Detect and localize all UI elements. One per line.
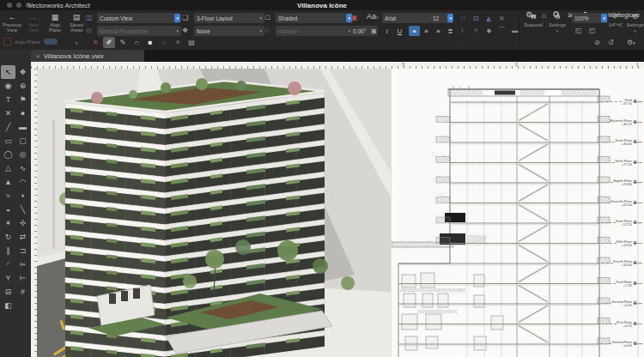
- snap-tangent[interactable]: ⌒: [496, 25, 507, 35]
- split-tool[interactable]: Y: [1, 271, 15, 285]
- flyover-tool[interactable]: ∩: [131, 37, 143, 48]
- mirror-tool[interactable]: ⇄: [15, 230, 30, 244]
- callout-tool[interactable]: ⚑: [15, 93, 30, 106]
- clip-tool[interactable]: ⊟: [1, 285, 15, 299]
- render-mode-dropdown[interactable]: Shaded▾: [276, 13, 353, 23]
- scale-button[interactable]: ✐1/4"=1': [605, 13, 626, 27]
- line-tool[interactable]: ╱: [1, 120, 15, 134]
- snap-smart-edge[interactable]: ◆: [483, 25, 495, 35]
- polygon-select-tool[interactable]: ✧: [172, 37, 184, 48]
- italic-button[interactable]: I: [381, 26, 392, 36]
- pause-icon: ▮▮: [522, 13, 544, 21]
- level-label: Eighth Floor+23.80: [613, 179, 632, 186]
- reshape-tool[interactable]: #: [15, 285, 30, 299]
- render-update-icon[interactable]: ▣: [351, 14, 358, 21]
- toolbar: ⚙▾ ⌂ ✉ Will Whiteglove ←Previous View →N…: [0, 10, 644, 51]
- bold-button[interactable]: B: [368, 26, 380, 36]
- level-label: Sixth Floor+17.20: [616, 220, 632, 227]
- shapes-tool[interactable]: ▲: [1, 175, 15, 189]
- layout-layers-icon[interactable]: ❏: [182, 14, 188, 21]
- marquee-select-tool[interactable]: ■: [144, 37, 156, 48]
- tab-close-icon[interactable]: ×: [36, 52, 40, 60]
- rotate-tool[interactable]: ↻: [1, 230, 15, 244]
- polyline-tool[interactable]: ≈: [1, 189, 15, 203]
- fillet-tool[interactable]: ◜: [1, 257, 15, 271]
- view-cube-icon[interactable]: ◫: [86, 14, 93, 21]
- snap-grid[interactable]: ∷: [458, 13, 469, 23]
- dimension-tool[interactable]: ✕: [1, 106, 15, 120]
- oval-tool[interactable]: ◎: [15, 148, 30, 161]
- projection-icon[interactable]: ◍: [86, 27, 92, 34]
- class-dropdown[interactable]: None▾: [194, 26, 264, 36]
- datum-marker-icon: ⊕: [633, 240, 637, 246]
- font-size-dropdown[interactable]: 12▾: [430, 13, 454, 23]
- rounded-rectangle-tool[interactable]: ▢: [15, 134, 30, 148]
- layout-dropdown[interactable]: 3-Floor Layout▾: [194, 13, 264, 23]
- snap-intersection[interactable]: ✕: [496, 13, 507, 23]
- underline-button[interactable]: U: [394, 26, 405, 36]
- visibility-tool[interactable]: ◉: [1, 79, 15, 93]
- join-tool[interactable]: ⊐: [15, 244, 30, 257]
- saved-views-button[interactable]: ▤Saved Views▾: [66, 13, 87, 48]
- move-by-points-tool[interactable]: ✢: [15, 216, 30, 230]
- star-tool[interactable]: ✶: [1, 216, 15, 230]
- freehand-tool[interactable]: ∿: [15, 161, 30, 175]
- align-right-button[interactable]: ≡: [433, 26, 444, 36]
- diagonal-line-tool[interactable]: ╲: [15, 203, 30, 216]
- extend-tool[interactable]: ⊢: [15, 271, 30, 285]
- save-view-tool[interactable]: ▤: [185, 37, 197, 48]
- projection-dropdown[interactable]: Normal Perspective▾: [97, 26, 181, 36]
- render-viewport[interactable]: [37, 69, 391, 357]
- render-style-dropdown[interactable]: <None>▾: [276, 26, 353, 36]
- paint-tool[interactable]: ◧: [1, 299, 15, 312]
- auto-plane-toggle[interactable]: [44, 39, 58, 45]
- section-viewport[interactable]: Roof+37.10⊕Eleventh Floor+33.70⊕Tenth Fl…: [391, 69, 644, 357]
- snap-object[interactable]: ⊡: [471, 13, 482, 23]
- zoom-tool[interactable]: ⊕: [15, 79, 30, 93]
- no-fill-icon[interactable]: ⊘: [594, 39, 600, 46]
- polygon-tool[interactable]: △: [1, 161, 15, 175]
- zoom-out-marquee-icon[interactable]: ◰: [589, 27, 596, 34]
- trim-tool[interactable]: ✂: [15, 257, 30, 271]
- modify-tool[interactable]: ✎: [117, 37, 129, 48]
- view-dropdown[interactable]: Custom View▾: [97, 13, 181, 23]
- text-style-icon[interactable]: Aa▾: [367, 13, 379, 21]
- wall-tool[interactable]: ▬: [15, 120, 30, 134]
- offset-tool[interactable]: ∥: [1, 244, 15, 257]
- datum-marker-icon: ⊕: [633, 300, 637, 306]
- settings-button[interactable]: ⚙Settings▾: [547, 13, 568, 33]
- rectangle-tool[interactable]: ▭: [1, 134, 15, 148]
- snap-smart-point[interactable]: ✧: [471, 25, 482, 35]
- align-justify-button[interactable]: ≣: [445, 26, 456, 36]
- snap-angle[interactable]: ◭: [483, 13, 495, 23]
- align-plane-button[interactable]: ▦Align Plane: [45, 13, 65, 33]
- render-teapot-icon[interactable]: ☖: [264, 14, 270, 21]
- push-pull-tool[interactable]: ✐: [103, 37, 115, 48]
- previous-view-button[interactable]: ←Previous View: [2, 13, 22, 33]
- constrain-off-tool[interactable]: ✕: [89, 37, 101, 48]
- pan-tool[interactable]: ❖: [15, 65, 30, 79]
- zoom-in-marquee-icon[interactable]: ◱: [575, 27, 582, 34]
- zoom-level-dropdown[interactable]: 100%▾: [572, 13, 608, 23]
- sphere-tool[interactable]: ●: [15, 106, 30, 120]
- circle-tool[interactable]: ◯: [1, 148, 15, 161]
- selection-tool[interactable]: ↖: [1, 65, 15, 79]
- next-view-button[interactable]: →Next View: [23, 13, 44, 33]
- datum-marker-icon: ⊕: [633, 341, 637, 347]
- text-tool[interactable]: T: [1, 93, 15, 106]
- attributes-gear-icon[interactable]: ⚙▾: [627, 39, 635, 47]
- blob-tool[interactable]: ◗: [15, 189, 30, 203]
- align-left-button[interactable]: ≡: [409, 26, 420, 36]
- align-center-button[interactable]: ≡: [421, 26, 432, 36]
- solid-circle-tool[interactable]: ◒: [1, 203, 15, 216]
- suspend-button[interactable]: ▮▮Suspend: [522, 13, 544, 27]
- font-family-dropdown[interactable]: Arial: [382, 13, 430, 23]
- class-structure-icon[interactable]: ❖: [182, 27, 188, 34]
- lasso-select-tool[interactable]: ◌: [158, 37, 170, 48]
- attribute-settings-button[interactable]: ⚙Settings▾: [626, 13, 644, 33]
- revert-attributes-icon[interactable]: ↺: [608, 39, 614, 46]
- arc-tool[interactable]: ◠: [15, 175, 30, 189]
- document-tab[interactable]: × Villanova Icône.vwx: [31, 50, 144, 62]
- auto-plane-checkbox[interactable]: [3, 38, 11, 45]
- snap-distance[interactable]: ⊦: [458, 25, 469, 35]
